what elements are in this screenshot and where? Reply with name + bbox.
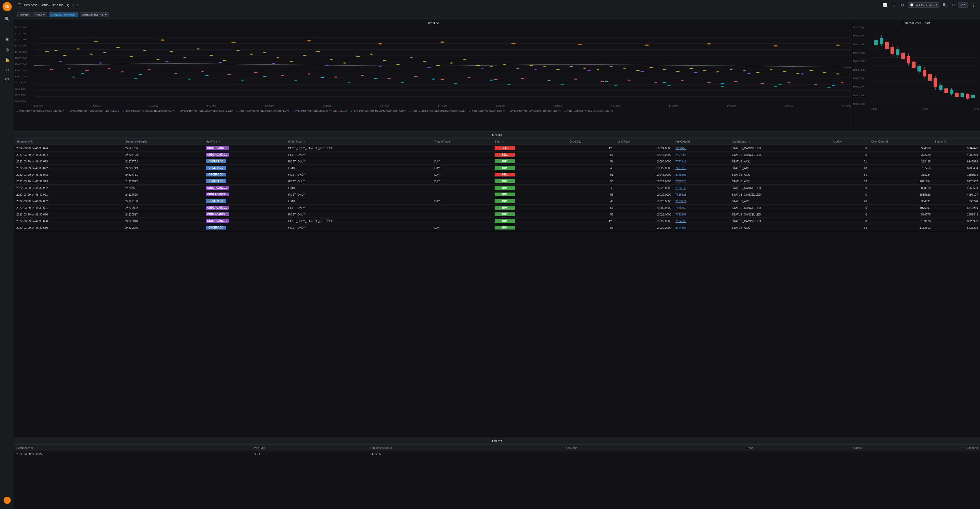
row-aqxid: 7785828: [673, 178, 730, 185]
description-label: Symbol Description: [51, 13, 76, 16]
svg-point-17: [103, 52, 107, 53]
y-label-6: 10050.0000: [15, 63, 33, 65]
row-mdqty: 40: [831, 165, 869, 171]
svg-point-18: [116, 47, 120, 48]
svg-point-119: [800, 73, 804, 75]
row-msgtype: ORDERCANCEL: [204, 218, 286, 224]
time-range-selector[interactable]: 🕐 Last 15 minutes ▾: [908, 2, 939, 8]
svg-point-102: [787, 82, 791, 82]
svg-point-99: [707, 82, 711, 83]
orders-section-header: Orders: [14, 132, 980, 138]
row-mdqty: 51: [831, 171, 869, 178]
svg-point-89: [441, 79, 444, 80]
symbol-filter-tag[interactable]: Symbol: [18, 13, 32, 17]
sidebar-item-circle[interactable]: ◎: [3, 45, 12, 54]
events-section: Events SequencerTs MsgType SequencerSeqN…: [14, 438, 980, 509]
row-status: STATUS_CANCELLED: [730, 191, 831, 198]
row-mdqty: 0: [831, 151, 869, 158]
row-clientid: 354091: [869, 198, 932, 205]
refresh-btn[interactable]: ↻: [951, 2, 956, 8]
sidebar-item-add[interactable]: ＋: [3, 24, 12, 34]
external-price-chart[interactable]: External Price Chart 10100.0000 10090.00…: [853, 19, 980, 131]
y-label-5: 10075.0000: [15, 57, 33, 59]
sidebar-item-lock[interactable]: 🔒: [3, 55, 12, 64]
row-qty: 51: [568, 171, 615, 178]
y-label-2: 10150.0000: [15, 38, 33, 41]
app-logo[interactable]: G: [3, 2, 12, 11]
row-mdqty: 0: [831, 191, 869, 198]
row-timeinforce: [432, 218, 493, 224]
row-senderid: 4057107: [932, 191, 980, 198]
menu-icon: ☰: [18, 3, 21, 7]
row-timeinforce: [432, 191, 493, 198]
svg-point-39: [396, 64, 400, 65]
description-filter-tag[interactable]: Symbol Description: [49, 13, 78, 17]
svg-point-112: [427, 67, 431, 68]
evt-senderid: [864, 451, 980, 457]
interval-label: 5s: [960, 3, 963, 6]
x-label-11: 14:45:00: [669, 105, 678, 107]
svg-rect-183: [907, 56, 910, 63]
evt-col-price: Price: [676, 445, 755, 451]
row-ts: 2022-03-29 14:48:33.094: [14, 151, 123, 158]
svg-point-157: [645, 44, 649, 46]
row-clientid: 1075591: [869, 205, 932, 211]
dashboard-view-btn[interactable]: ⊞: [891, 2, 897, 8]
orders-table-container[interactable]: SequencerTs SequencerSeqNo MsgType ▼ Ord…: [14, 138, 980, 438]
row-status: STATUS_CANCELLED: [730, 145, 831, 151]
row-side: BUY: [493, 165, 568, 171]
svg-rect-191: [928, 74, 932, 81]
share-icon[interactable]: ⤴: [76, 3, 78, 7]
ext-x-1: 14:40: [922, 108, 928, 110]
topbar-settings-btn[interactable]: ⚙: [899, 2, 906, 8]
svg-point-58: [649, 67, 653, 68]
row-status: STATUS_CANCELLED: [730, 218, 831, 224]
svg-point-71: [823, 72, 826, 73]
svg-point-62: [703, 70, 706, 71]
y-label-8: 10000.0000: [15, 75, 33, 78]
row-ordertype: POST_ONLY: [286, 205, 432, 211]
row-qty: 125: [568, 145, 615, 151]
sidebar-item-grid[interactable]: ⊞: [3, 35, 12, 44]
zoom-out-btn[interactable]: 🔍-: [942, 2, 949, 8]
sidebar-item-search[interactable]: 🔍: [3, 14, 12, 24]
row-msgtype: ORDERCANCEL: [204, 151, 286, 158]
svg-point-59: [663, 69, 667, 70]
svg-point-126: [401, 82, 404, 83]
events-table-header: SequencerTs MsgType SequencerSeqNo CtcCo…: [14, 445, 980, 451]
x-label-7: 14:41:00: [438, 105, 447, 107]
star-icon[interactable]: ☆: [71, 3, 75, 7]
row-side: BUY: [493, 191, 568, 198]
row-msgtype: ORDERADD: [204, 224, 286, 231]
evt-col-ts: SequencerTs: [14, 445, 252, 451]
ext-y-5: 10050.0000: [853, 68, 871, 71]
sidebar-item-user[interactable]: G: [3, 496, 12, 505]
col-senderid: SenderId: [932, 138, 980, 145]
description-value-dropdown[interactable]: AstraZeneca PLC ▾: [80, 12, 109, 17]
events-table-container[interactable]: SequencerTs MsgType SequencerSeqNo CtcCo…: [14, 445, 980, 509]
svg-point-143: [547, 80, 551, 81]
svg-point-73: [50, 69, 53, 70]
row-senderid: 9882676: [932, 145, 980, 151]
x-label-9: 14:43:00: [554, 105, 563, 107]
row-side: BUY: [493, 198, 568, 205]
svg-point-67: [770, 69, 773, 70]
sidebar-item-settings[interactable]: ⚙: [3, 65, 12, 75]
timeline-chart[interactable]: Timeline 10200.0000 10175.0000 10150.000…: [14, 19, 853, 131]
table-row: 2022-03-29 14:48:271 BBO 24212555: [14, 451, 980, 457]
more-options-btn[interactable]: ⋮: [970, 2, 977, 8]
col-msg-type: MsgType ▼: [204, 138, 286, 145]
row-clientid: 1152312: [869, 224, 932, 231]
svg-point-142: [490, 79, 493, 81]
row-timeinforce: DAY: [432, 158, 493, 165]
svg-point-47: [503, 64, 506, 65]
svg-point-57: [636, 70, 640, 71]
symbol-value-dropdown[interactable]: AZNI ▾: [33, 12, 47, 17]
svg-point-121: [134, 78, 138, 79]
y-label-10: 9950.0000: [15, 88, 33, 90]
sidebar-item-shield[interactable]: 🛡: [3, 76, 12, 85]
interval-selector[interactable]: 5s ▾: [958, 2, 968, 8]
y-label-4: 10100.0000: [15, 51, 33, 53]
chart-view-btn[interactable]: 📊: [881, 2, 889, 8]
row-qty: 53: [568, 224, 615, 231]
